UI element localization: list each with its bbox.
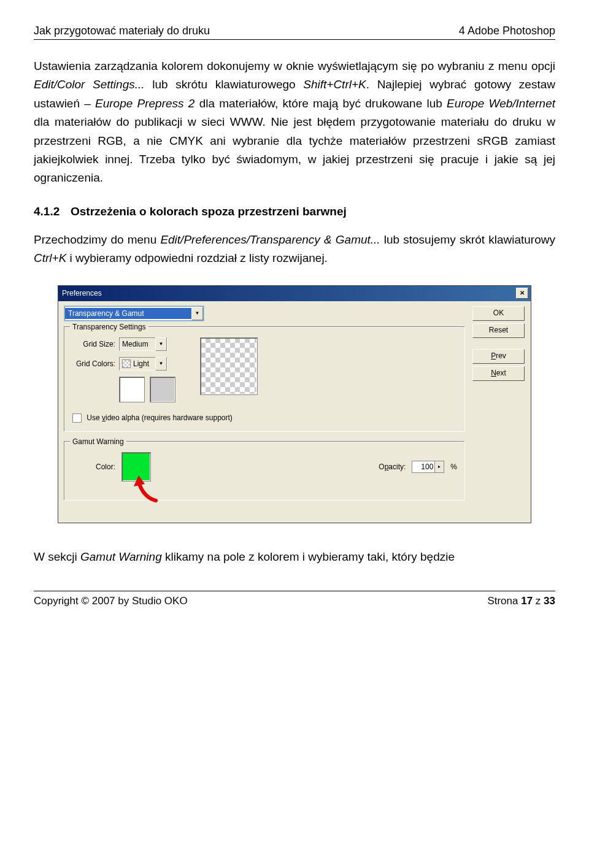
preferences-dialog: Preferences ✕ Transparency & Gamut ▼ Tra…: [58, 285, 531, 523]
paragraph-2: Przechodzimy do menu Edit/Preferences/Tr…: [34, 231, 555, 268]
dialog-buttons: OK Reset Prev Next: [472, 306, 525, 510]
transparency-settings-group: Transparency Settings Grid Size: Medium …: [64, 327, 465, 432]
page-header: Jak przygotować materiały do druku 4 Ado…: [34, 25, 555, 40]
opacity-label: Opacity:: [379, 463, 406, 471]
video-alpha-checkbox[interactable]: [72, 413, 82, 423]
dialog-title: Preferences: [62, 289, 102, 298]
gamut-color-swatch[interactable]: [121, 452, 151, 482]
grid-colors-combo[interactable]: Light ▼: [119, 357, 167, 371]
video-alpha-label: Use video alpha (requires hardware suppo…: [87, 413, 232, 422]
subheading-412: 4.1.2Ostrzeżenia o kolorach spoza przest…: [34, 205, 555, 218]
opacity-input[interactable]: [412, 463, 434, 471]
swatch-white[interactable]: [119, 377, 145, 402]
chevron-down-icon[interactable]: ▼: [191, 307, 203, 320]
section-dropdown[interactable]: Transparency & Gamut ▼: [64, 306, 204, 321]
chevron-down-icon[interactable]: ▼: [155, 357, 167, 371]
gamut-color-label: Color:: [72, 463, 115, 471]
grid-size-combo[interactable]: Medium ▼: [119, 337, 167, 351]
swatch-grey[interactable]: [150, 377, 175, 402]
header-right: 4 Adobe Photoshop: [459, 25, 555, 37]
grid-size-label: Grid Size:: [72, 340, 115, 348]
opacity-spinner[interactable]: ▸: [412, 461, 444, 473]
close-icon[interactable]: ✕: [516, 288, 528, 299]
section-dropdown-value: Transparency & Gamut: [65, 308, 191, 319]
opacity-unit: %: [450, 463, 457, 471]
gamut-warning-group: Gamut Warning Color: Opacity: ▸ %: [64, 442, 465, 501]
footer-left: Copyright © 2007 by Studio OKO: [34, 595, 188, 607]
header-left: Jak przygotować materiały do druku: [34, 25, 210, 37]
spinner-arrow-icon[interactable]: ▸: [434, 461, 444, 472]
gamut-legend: Gamut Warning: [70, 437, 126, 446]
grid-colors-label: Grid Colors:: [72, 359, 115, 368]
dialog-titlebar[interactable]: Preferences ✕: [58, 286, 531, 301]
footer-right: Strona 17 z 33: [487, 595, 555, 607]
transparency-preview: [200, 337, 258, 395]
chevron-down-icon[interactable]: ▼: [155, 337, 167, 351]
paragraph-1: Ustawienia zarządzania kolorem dokonujem…: [34, 57, 555, 188]
page-footer: Copyright © 2007 by Studio OKO Strona 17…: [34, 591, 555, 607]
light-pattern-icon: [122, 359, 131, 368]
next-button[interactable]: Next: [472, 366, 525, 381]
reset-button[interactable]: Reset: [472, 323, 525, 338]
prev-button[interactable]: Prev: [472, 349, 525, 364]
paragraph-3: W sekcji Gamut Warning klikamy na pole z…: [34, 548, 555, 566]
transparency-legend: Transparency Settings: [70, 323, 148, 331]
ok-button[interactable]: OK: [472, 306, 525, 321]
